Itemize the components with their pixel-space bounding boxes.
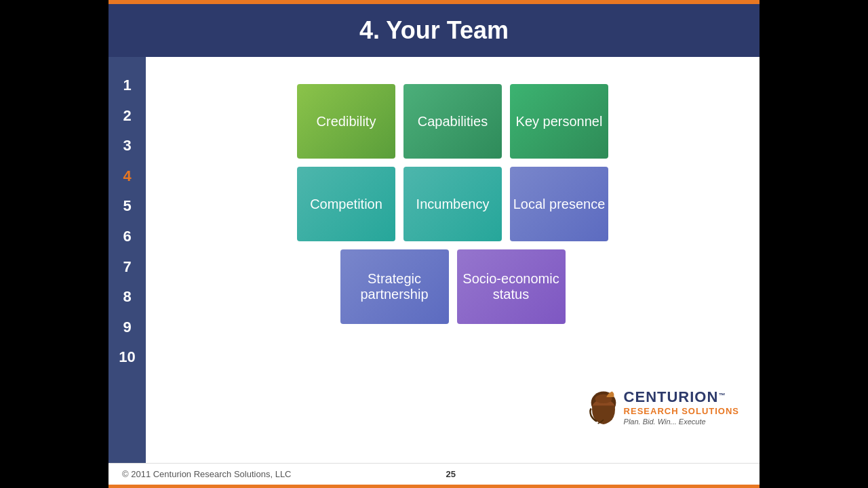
slide-header: 4. Your Team	[108, 4, 760, 57]
logo-brand-name: CENTURION™	[624, 388, 739, 406]
bottom-orange-border	[108, 485, 760, 488]
content-area: Credibility Capabilities Key personnel C…	[146, 57, 760, 463]
key-personnel-box[interactable]: Key personnel	[510, 84, 608, 159]
copyright-text: © 2011 Centurion Research Solutions, LLC	[122, 469, 292, 479]
strategic-partnership-box[interactable]: Strategic partnership	[340, 249, 449, 324]
page-number: 25	[446, 469, 456, 479]
sidebar-num-7[interactable]: 7	[108, 252, 146, 283]
sidebar-num-9[interactable]: 9	[108, 312, 146, 343]
competition-box[interactable]: Competition	[297, 167, 395, 241]
footer-bar: © 2011 Centurion Research Solutions, LLC…	[108, 463, 760, 485]
sidebar-num-5[interactable]: 5	[108, 191, 146, 222]
sidebar-num-6[interactable]: 6	[108, 222, 146, 252]
slide: 4. Your Team 1 2 3 4 5 6 7 8 9 10 Credib…	[108, 0, 760, 488]
socio-economic-box[interactable]: Socio-economic status	[457, 249, 566, 324]
grid-row-1: Credibility Capabilities Key personnel	[297, 84, 608, 159]
main-area: 1 2 3 4 5 6 7 8 9 10 Credibility Capabil…	[108, 57, 760, 463]
logo-subtitle: RESEARCH SOLUTIONS	[624, 406, 739, 416]
sidebar-num-1[interactable]: 1	[108, 70, 146, 101]
credibility-box[interactable]: Credibility	[297, 84, 395, 159]
incumbency-box[interactable]: Incumbency	[403, 167, 502, 241]
sidebar-num-4[interactable]: 4	[108, 161, 146, 192]
sidebar: 1 2 3 4 5 6 7 8 9 10	[108, 57, 146, 463]
logo-text: CENTURION™ RESEARCH SOLUTIONS Plan. Bid.…	[624, 388, 739, 426]
sidebar-num-3[interactable]: 3	[108, 131, 146, 161]
helmet-icon	[587, 388, 620, 426]
topic-grid: Credibility Capabilities Key personnel C…	[297, 84, 608, 324]
capabilities-box[interactable]: Capabilities	[403, 84, 502, 159]
local-presence-box[interactable]: Local presence	[510, 167, 608, 241]
sidebar-num-8[interactable]: 8	[108, 282, 146, 312]
grid-row-2: Competition Incumbency Local presence	[297, 167, 608, 241]
sidebar-num-2[interactable]: 2	[108, 101, 146, 131]
grid-row-3: Strategic partnership Socio-economic sta…	[340, 249, 566, 324]
logo-tagline: Plan. Bid. Win... Execute	[624, 418, 739, 426]
company-logo: CENTURION™ RESEARCH SOLUTIONS Plan. Bid.…	[587, 388, 739, 426]
slide-title: 4. Your Team	[359, 16, 509, 44]
sidebar-num-10[interactable]: 10	[108, 342, 146, 373]
logo-row: CENTURION™ RESEARCH SOLUTIONS Plan. Bid.…	[587, 388, 739, 426]
